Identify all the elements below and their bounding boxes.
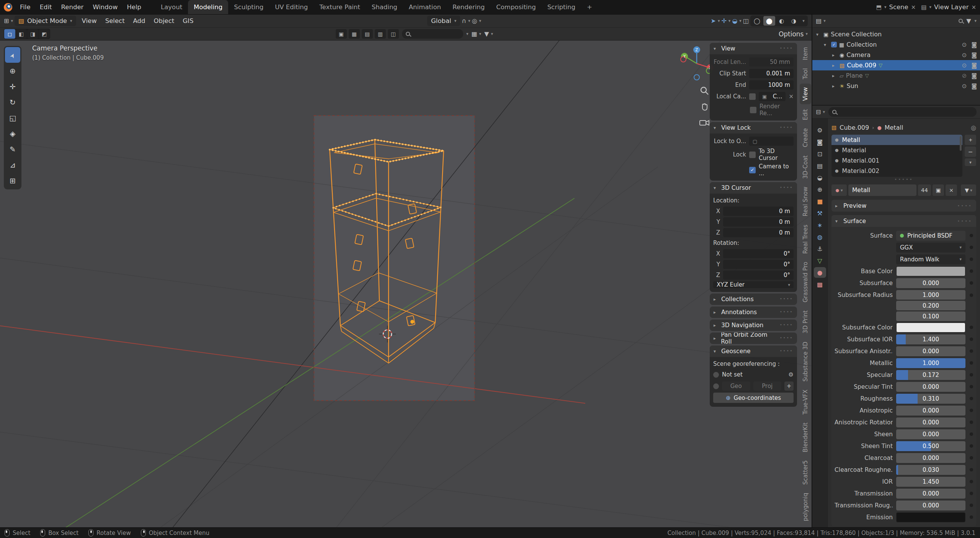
funnel-dropdown[interactable]: ▼ ▾ [484,30,493,37]
display-dropdown[interactable]: ▦ ▾ [471,30,481,37]
keyframe-dot[interactable] [970,504,973,507]
header-icon-button[interactable]: ▣ [336,29,347,39]
param-slider[interactable]: 0.000 [896,406,965,416]
pin-icon[interactable]: ◎ [971,124,976,131]
material-slot[interactable]: ● Material.002 [831,166,962,176]
slot-specials-button[interactable]: ▾ [965,158,976,166]
hide-viewport-eye-icon[interactable] [962,83,967,90]
keyframe-dot[interactable] [970,480,973,483]
remove-view-layer-icon[interactable]: × [971,4,976,11]
disable-render-camera-icon[interactable] [971,52,977,59]
selectability-dropdown[interactable]: ➤ ▾ [711,17,720,24]
keyframe-dot[interactable] [970,337,973,341]
keyframe-dot[interactable] [970,326,973,329]
sidebar-tab[interactable]: polygoniq [800,489,811,525]
filter-dropdown[interactable]: ▾ [466,31,469,36]
shading-dropdown-icon[interactable]: ▾ [800,16,807,26]
pan-hand-icon[interactable] [699,102,709,112]
material-slot[interactable]: ● Material.001 [831,155,962,166]
disclosure-icon[interactable]: ▾ [824,42,829,47]
xray-toggle-icon[interactable]: ◫ [743,17,749,24]
properties-tab[interactable] [814,220,826,230]
zoom-icon[interactable] [699,86,709,96]
panel-grip[interactable]: ∙∙∙∙ [779,323,793,328]
keyframe-dot[interactable] [970,234,973,237]
camera-view-icon[interactable] [699,118,710,127]
workspace-tab[interactable]: UV Editing [269,0,314,14]
keyframe-dot[interactable] [970,373,973,377]
browse-material-button[interactable]: ● ▾ [831,184,847,196]
sidebar-tab[interactable]: View [800,84,811,104]
transform-orientation-dropdown[interactable]: Global ▾ [427,16,460,26]
material-name-field[interactable]: Metall [848,184,916,196]
workspace-tab[interactable]: + [581,0,598,14]
header-search-input[interactable] [402,29,463,39]
viewport-menu-item[interactable]: GIS [178,17,198,24]
viewport-menu-item[interactable]: Object [150,17,179,24]
collapsed-panel-header[interactable]: ▸ 3D Navigation ∙∙∙∙ [710,320,797,331]
keyframe-dot[interactable] [970,456,973,460]
editor-type-selector[interactable]: ▤ ▾ [816,17,826,24]
users-count-button[interactable]: 44 [918,184,931,196]
outliner-row[interactable]: ▸ Sun [812,81,980,91]
keyframe-dot[interactable] [970,258,973,261]
sidebar-tab[interactable]: Item [800,44,811,64]
select-mode-new-button[interactable]: ◻ [4,29,15,39]
blender-logo-icon[interactable] [4,3,12,11]
param-slider[interactable]: 0.000 [896,417,965,427]
view-layer-selector[interactable]: ▤ ▾ View Layer × [921,3,976,11]
camera-picker-field[interactable]: ▣ C... [759,92,786,101]
number-field[interactable]: 50 mm [749,57,794,67]
georef-radio[interactable] [713,383,719,389]
header-icon-button[interactable]: ▤ [362,29,373,39]
cursor-panel-header[interactable]: ▾ 3D Cursor ∙∙∙∙ [710,182,797,194]
sidebar-tab[interactable]: Grasswald Pro [800,258,811,306]
collapsed-panel-header[interactable]: ▸ Collections ∙∙∙∙ [710,293,797,305]
material-slot[interactable]: ● Metall [831,135,962,145]
shading-wireframe-button[interactable]: ◯ [751,16,763,26]
workspace-tab[interactable]: Layout [155,0,188,14]
axis-value-field[interactable]: 0 m [723,217,794,227]
shader-select-button[interactable]: Principled BSDF [896,231,965,241]
param-slider[interactable]: 0.000 [896,489,965,499]
sidebar-tab[interactable]: Real Trees [800,221,811,257]
add-button[interactable]: + [784,381,794,391]
param-slider[interactable]: 0.000 [896,382,965,392]
panel-grip[interactable]: ∙∙∙∙ [779,186,793,190]
properties-tab[interactable] [814,279,826,290]
shading-rendered-button[interactable]: ◑ [788,16,800,26]
tool-button[interactable] [5,94,20,110]
param-color-swatch[interactable] [896,266,965,276]
collapsed-panel-header[interactable]: ▸ Pan Orbit Zoom Roll ∙∙∙∙ [710,333,797,344]
keyframe-dot[interactable] [970,468,973,471]
disclosure-icon[interactable]: ▸ [832,52,837,58]
outliner-row[interactable]: ▸ Plane [812,70,980,81]
app-menu-item[interactable]: Window [88,0,122,14]
outliner-row[interactable]: ▾ Collection [812,39,980,50]
to-3d-cursor-checkbox[interactable] [749,152,756,158]
search-icon[interactable] [959,19,963,23]
workspace-tab[interactable]: Scripting [542,0,581,14]
subsurface-method-dropdown[interactable]: Random Walk ▾ [896,254,965,264]
shading-material-button[interactable]: ◐ [776,16,787,26]
render-region-checkbox[interactable] [750,107,756,113]
surface-panel-header[interactable]: ▾ Surface ∙∙∙∙ [831,215,976,227]
select-mode-extend-button[interactable]: ◧ [16,29,27,39]
outliner-row[interactable]: ▸ Camera [812,50,980,60]
remove-slot-button[interactable]: − [965,147,976,157]
overlays-dropdown[interactable]: ◒ ▾ [732,17,742,24]
properties-tab[interactable] [814,148,826,159]
breadcrumb-object[interactable]: Cube.009 [840,124,869,131]
tool-button[interactable] [5,78,20,94]
view-lock-header[interactable]: ▾ View Lock ∙∙∙∙ [710,122,797,134]
scene-selector[interactable]: ⬒ ▾ Scene × [876,3,916,11]
workspace-tab[interactable]: Shading [366,0,403,14]
disclosure-icon[interactable]: ▸ [832,83,837,89]
properties-tab[interactable] [814,232,826,242]
keyframe-dot[interactable] [970,281,973,285]
panel-grip[interactable]: ∙∙∙∙ [957,219,972,223]
keyframe-dot[interactable] [970,361,973,365]
keyframe-dot[interactable] [970,492,973,495]
app-menu-item[interactable]: Render [57,0,88,14]
disable-render-camera-icon[interactable] [971,41,977,48]
